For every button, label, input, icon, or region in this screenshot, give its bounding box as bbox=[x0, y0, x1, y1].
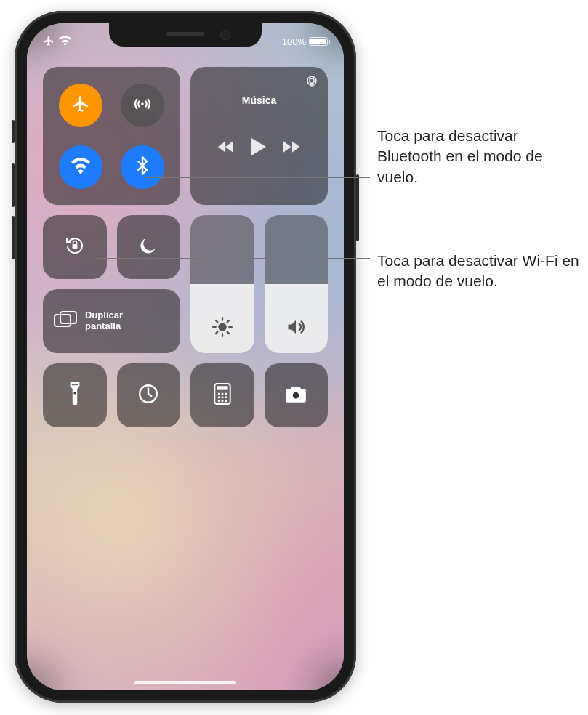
callout-line-wifi bbox=[95, 258, 370, 259]
svg-point-7 bbox=[73, 392, 76, 394]
svg-rect-3 bbox=[72, 244, 77, 249]
svg-point-19 bbox=[225, 400, 227, 402]
svg-rect-10 bbox=[217, 386, 227, 389]
timer-icon bbox=[137, 383, 159, 408]
callout-wifi: Toca para desactivar Wi-Fi en el modo de… bbox=[377, 251, 581, 292]
airplane-icon bbox=[71, 94, 90, 116]
svg-point-0 bbox=[141, 102, 144, 105]
bluetooth-icon bbox=[137, 156, 148, 178]
now-playing-tile[interactable]: Música bbox=[190, 67, 328, 205]
notch bbox=[109, 23, 262, 47]
cellular-data-toggle[interactable] bbox=[121, 84, 164, 127]
mirror-label-line1: Duplicar bbox=[85, 310, 123, 321]
svg-rect-5 bbox=[55, 315, 71, 326]
battery-icon bbox=[309, 37, 328, 46]
side-button bbox=[356, 174, 359, 241]
play-button[interactable] bbox=[251, 138, 267, 158]
svg-point-13 bbox=[225, 393, 227, 395]
orientation-lock-button[interactable] bbox=[43, 215, 107, 279]
volume-down-button bbox=[12, 216, 15, 259]
bluetooth-toggle[interactable] bbox=[121, 145, 164, 189]
next-track-button[interactable] bbox=[283, 140, 301, 156]
callout-line-bluetooth bbox=[146, 177, 370, 178]
music-title: Música bbox=[202, 94, 316, 106]
camera-icon bbox=[284, 384, 307, 406]
svg-point-14 bbox=[217, 396, 220, 398]
timer-button[interactable] bbox=[117, 363, 181, 427]
battery-percent: 100% bbox=[282, 36, 306, 47]
home-indicator[interactable] bbox=[134, 681, 236, 684]
flashlight-button[interactable] bbox=[43, 363, 107, 427]
callout-bluetooth: Toca para desactivar Bluetooth en el mod… bbox=[377, 126, 581, 187]
flashlight-icon bbox=[68, 382, 81, 408]
svg-point-15 bbox=[221, 396, 223, 398]
calculator-icon bbox=[214, 383, 231, 408]
volume-up-button bbox=[12, 163, 15, 207]
moon-icon bbox=[138, 235, 158, 259]
wifi-toggle[interactable] bbox=[59, 145, 102, 189]
control-center: Música bbox=[43, 67, 328, 427]
camera-button[interactable] bbox=[265, 363, 329, 427]
orientation-lock-icon bbox=[63, 234, 86, 260]
wifi-icon bbox=[71, 158, 90, 177]
wifi-status-icon bbox=[59, 36, 71, 47]
svg-point-11 bbox=[217, 393, 220, 395]
calculator-button[interactable] bbox=[190, 363, 254, 427]
previous-track-button[interactable] bbox=[217, 140, 235, 156]
connectivity-tile[interactable] bbox=[43, 67, 180, 205]
iphone-frame: 100% bbox=[15, 11, 356, 703]
do-not-disturb-button[interactable] bbox=[117, 215, 181, 279]
volume-slider[interactable] bbox=[265, 215, 329, 353]
cellular-antenna-icon bbox=[132, 94, 153, 117]
brightness-icon bbox=[212, 317, 233, 340]
svg-rect-6 bbox=[60, 312, 76, 323]
airplay-icon[interactable] bbox=[305, 74, 319, 92]
battery-indicator: 100% bbox=[282, 36, 328, 47]
screen: 100% bbox=[27, 23, 344, 690]
airplane-mode-toggle[interactable] bbox=[59, 84, 102, 127]
airplane-status-icon bbox=[43, 35, 55, 49]
volume-icon bbox=[286, 317, 306, 340]
svg-point-1 bbox=[310, 78, 314, 83]
brightness-slider[interactable] bbox=[190, 215, 254, 353]
screen-mirroring-button[interactable]: Duplicar pantalla bbox=[43, 289, 180, 353]
svg-point-17 bbox=[217, 400, 220, 402]
mirror-label-line2: pantalla bbox=[85, 321, 123, 332]
svg-point-12 bbox=[221, 393, 223, 395]
svg-point-16 bbox=[225, 396, 227, 398]
screen-mirror-icon bbox=[53, 310, 78, 332]
svg-point-4 bbox=[218, 323, 227, 331]
svg-point-18 bbox=[221, 400, 223, 402]
mute-switch bbox=[12, 120, 15, 143]
